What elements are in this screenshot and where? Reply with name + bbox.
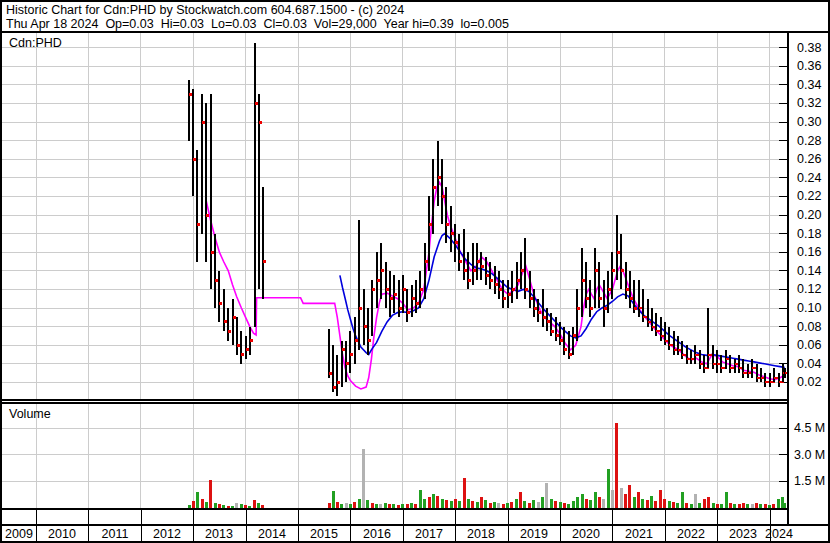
volume-bar bbox=[450, 501, 453, 508]
price-bar bbox=[398, 280, 400, 317]
year-boundary-tick bbox=[88, 510, 89, 524]
close-marker bbox=[250, 339, 253, 342]
volume-bar bbox=[484, 500, 487, 508]
close-marker bbox=[455, 241, 458, 244]
price-bar bbox=[210, 94, 212, 289]
close-marker bbox=[547, 320, 550, 323]
volume-bar bbox=[681, 492, 684, 508]
close-marker bbox=[407, 311, 410, 314]
year-boundary-tick bbox=[403, 510, 404, 524]
price-bar bbox=[494, 266, 496, 294]
volume-bar bbox=[432, 494, 435, 508]
price-bar bbox=[489, 262, 491, 290]
close-marker bbox=[608, 288, 611, 291]
volume-bar bbox=[545, 483, 548, 508]
close-marker bbox=[189, 93, 192, 96]
year-boundary-tick bbox=[665, 510, 666, 524]
volume-bar bbox=[585, 499, 588, 508]
close-marker bbox=[477, 260, 480, 263]
price-axis-label: 0.38 bbox=[797, 41, 821, 55]
price-bar bbox=[764, 373, 766, 387]
price-axis-label: 0.20 bbox=[797, 208, 821, 222]
volume-bar bbox=[598, 497, 601, 508]
price-bar bbox=[625, 262, 627, 299]
panel-divider-top bbox=[2, 399, 789, 401]
price-bar bbox=[581, 248, 583, 318]
close-marker bbox=[372, 288, 375, 291]
volume-label: Volume bbox=[9, 407, 51, 421]
close-marker bbox=[416, 302, 419, 305]
price-bar bbox=[192, 89, 194, 196]
price-bar bbox=[201, 94, 203, 234]
year-label: 2019 bbox=[520, 527, 548, 541]
close-marker bbox=[263, 260, 266, 263]
year-label-separator bbox=[350, 526, 351, 541]
close-marker bbox=[359, 307, 362, 310]
close-marker bbox=[569, 353, 572, 356]
volume-bar bbox=[637, 492, 640, 508]
price-bar bbox=[415, 280, 417, 313]
price-bar bbox=[502, 280, 504, 308]
year-label: 2011 bbox=[102, 527, 129, 541]
year-label: 2010 bbox=[48, 527, 76, 541]
close-marker bbox=[350, 353, 353, 356]
close-marker bbox=[573, 334, 576, 337]
price-bar bbox=[773, 368, 775, 382]
close-marker bbox=[473, 269, 476, 272]
close-marker bbox=[617, 251, 620, 254]
year-boundary-tick bbox=[36, 510, 37, 524]
close-marker bbox=[433, 186, 436, 189]
price-bar bbox=[738, 355, 740, 374]
year-label-separator bbox=[88, 526, 89, 541]
volume-bar bbox=[659, 490, 662, 508]
close-marker bbox=[399, 307, 402, 310]
volume-axis-label: 1.5 M bbox=[794, 474, 825, 488]
price-axis-label: 0.06 bbox=[797, 338, 821, 352]
volume-bar bbox=[576, 497, 579, 508]
volume-bar bbox=[358, 499, 361, 508]
close-marker bbox=[219, 302, 222, 305]
volume-bar bbox=[515, 499, 518, 508]
volume-bar bbox=[725, 492, 728, 508]
volume-bar bbox=[467, 499, 470, 508]
year-label: 2014 bbox=[258, 527, 286, 541]
close-marker bbox=[364, 325, 367, 328]
x-axis-year-labels: 2009201020112012201320142015201620172018… bbox=[2, 526, 828, 541]
price-bar bbox=[467, 252, 469, 289]
price-bar bbox=[411, 285, 413, 318]
price-bar bbox=[660, 317, 662, 340]
price-axis-label: 0.12 bbox=[797, 282, 821, 296]
close-marker bbox=[355, 339, 358, 342]
volume-bar bbox=[463, 478, 466, 508]
price-bar bbox=[529, 271, 531, 308]
year-label: 2009 bbox=[5, 527, 33, 541]
close-marker bbox=[525, 288, 528, 291]
volume-bar bbox=[707, 497, 710, 508]
close-marker bbox=[255, 102, 258, 105]
price-bar bbox=[262, 187, 264, 299]
volume-bar bbox=[633, 497, 636, 508]
volume-bar bbox=[419, 490, 422, 508]
year-label-separator bbox=[455, 526, 456, 541]
close-marker bbox=[517, 279, 520, 282]
price-axis-label: 0.08 bbox=[797, 320, 821, 334]
volume-bar bbox=[602, 499, 605, 508]
close-marker bbox=[464, 269, 467, 272]
price-bar bbox=[616, 215, 618, 280]
year-label: 2016 bbox=[363, 527, 391, 541]
volume-bar bbox=[554, 501, 557, 508]
price-bar bbox=[760, 368, 762, 382]
price-axis-label: 0.30 bbox=[797, 115, 821, 129]
volume-bar bbox=[532, 500, 535, 508]
price-bar bbox=[432, 159, 434, 233]
price-bar bbox=[673, 331, 675, 354]
volume-chart-panel: Volume bbox=[2, 404, 787, 508]
close-marker bbox=[564, 348, 567, 351]
year-boundary-tick bbox=[350, 510, 351, 524]
close-marker bbox=[582, 279, 585, 282]
price-bar bbox=[542, 289, 544, 326]
year-label-separator bbox=[717, 526, 718, 541]
close-marker bbox=[228, 330, 231, 333]
year-label-separator bbox=[193, 526, 194, 541]
close-marker bbox=[630, 297, 633, 300]
